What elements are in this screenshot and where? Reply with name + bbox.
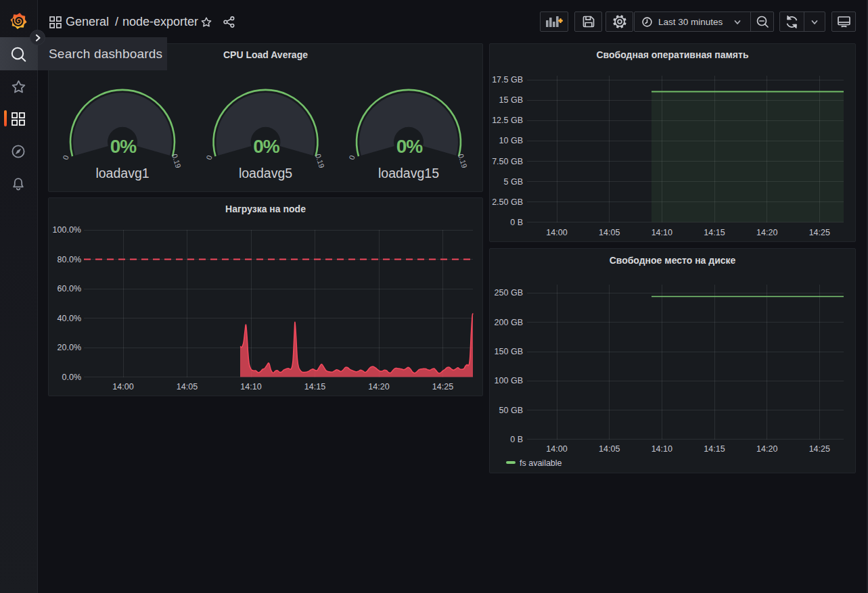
svg-text:14:00: 14:00 — [546, 444, 567, 454]
svg-text:100 GB: 100 GB — [495, 376, 523, 385]
svg-text:14:20: 14:20 — [756, 444, 777, 454]
svg-text:fs available: fs available — [520, 458, 562, 468]
svg-text:250 GB: 250 GB — [495, 288, 523, 298]
svg-text:50 GB: 50 GB — [499, 406, 523, 415]
svg-text:14:10: 14:10 — [652, 444, 672, 454]
svg-text:0 B: 0 B — [510, 435, 523, 444]
svg-text:200 GB: 200 GB — [495, 318, 523, 327]
svg-text:14:15: 14:15 — [704, 444, 725, 454]
svg-text:150 GB: 150 GB — [495, 347, 523, 356]
svg-text:14:05: 14:05 — [599, 444, 620, 454]
svg-text:14:25: 14:25 — [809, 444, 830, 454]
